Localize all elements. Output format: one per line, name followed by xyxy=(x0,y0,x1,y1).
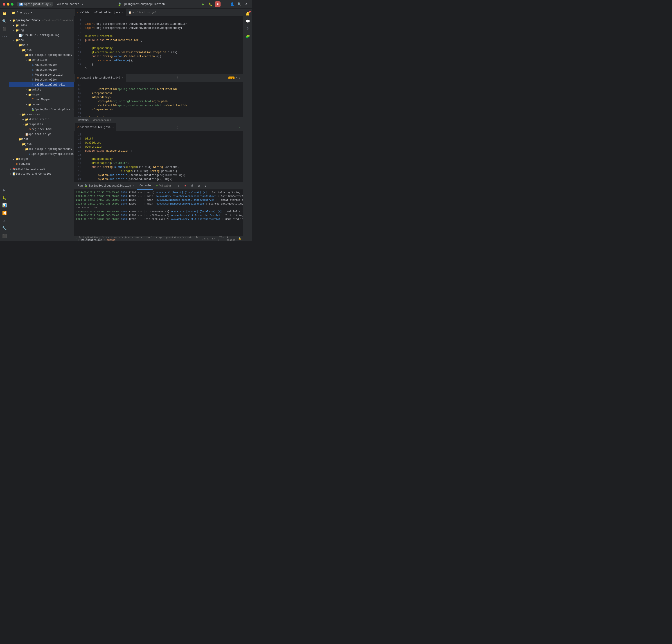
tree-item-test-java[interactable]: ▾ 📁 java xyxy=(9,142,74,147)
tree-item-target[interactable]: ▶ 📁 target xyxy=(9,157,74,161)
plugins-button[interactable]: 🧩 xyxy=(244,33,251,40)
restart-icon[interactable]: ↻ xyxy=(176,183,182,189)
settings-console-icon[interactable]: ⚙ xyxy=(203,183,208,189)
tree-item-logfile[interactable]: 📄 2024-06-12-spring-0.log xyxy=(9,33,74,38)
tree-item-pagecontroller[interactable]: C PageController xyxy=(9,68,74,72)
debug-button[interactable]: 🐛 xyxy=(207,1,213,7)
pom-tab-more[interactable]: ⋮ xyxy=(174,76,180,80)
close-button[interactable] xyxy=(3,3,5,5)
tab-validation[interactable]: C ValidationController.java ✕ xyxy=(75,9,126,17)
db-button[interactable]: 🗄 xyxy=(244,26,251,33)
git-button[interactable]: 🔀 xyxy=(1,210,8,217)
problems-button[interactable]: ⚠ xyxy=(1,217,8,224)
terminal-button[interactable]: ⬛ xyxy=(1,233,8,240)
version-control-label[interactable]: Version control ▾ xyxy=(55,2,85,7)
tab-pom[interactable]: m pom.xml (SpringBootStudy) ✕ xyxy=(75,74,126,82)
profiler-button[interactable]: 📊 xyxy=(1,202,8,209)
main-code-content: @Slf4j @Validated @Controller public cla… xyxy=(83,131,243,182)
close-tab-main[interactable]: ✕ xyxy=(112,126,113,129)
sb-badge: SB xyxy=(19,3,23,5)
console-tab[interactable]: Console xyxy=(137,182,153,190)
pom-tab-dependencies[interactable]: dependencies xyxy=(91,117,113,123)
tree-item-testcontroller[interactable]: C TestController xyxy=(9,77,74,82)
services-button[interactable]: 🔧 xyxy=(1,225,8,232)
tree-item-main[interactable]: ▾ 📁 main xyxy=(9,43,74,48)
sidebar-chevron-icon[interactable]: ▾ xyxy=(31,11,32,15)
line-col: 15:17 xyxy=(202,238,209,240)
tree-item-mapper[interactable]: ▾ 📁 mapper xyxy=(9,92,74,97)
pom-nav-down[interactable]: ∨ xyxy=(239,76,240,80)
tree-item-pom[interactable]: m pom.xml xyxy=(9,161,74,167)
validation-editor-pane[interactable]: 67891011121314151617 import org.springfr… xyxy=(74,17,243,71)
tree-item-test-com[interactable]: ▾ 📁 com.example.springbootstudy xyxy=(9,147,74,152)
tree-item-application-yml[interactable]: 📋 application.yml xyxy=(9,132,74,137)
sidebar-header: 📁 Project ▾ xyxy=(9,9,74,17)
close-tab-pom[interactable]: ✕ xyxy=(122,76,123,79)
tree-item-springbootstudy[interactable]: ▾ 📁 SpringBootStudy ~/Desktop/CS/JavaEE/… xyxy=(9,18,74,23)
tree-item-resources[interactable]: ▾ 📁 resources xyxy=(9,112,74,117)
close-tab-application[interactable]: ✕ xyxy=(158,11,160,14)
pom-tab-project[interactable]: project xyxy=(76,117,91,123)
project-sidebar: 📁 Project ▾ ▾ 📁 SpringBootStudy ~/Deskto… xyxy=(9,9,74,241)
main-line-numbers: 1011121314151617181920212223 xyxy=(74,131,83,182)
tree-item-registercontroller[interactable]: C RegisterController xyxy=(9,72,74,77)
tab-maincontroller[interactable]: C MainController.java ✕ xyxy=(75,123,116,131)
tree-item-extlib[interactable]: ▶ 📚 External Libraries xyxy=(9,167,74,171)
project-switcher[interactable]: SB SpringBootStudy ▾ xyxy=(17,2,53,7)
print-icon[interactable]: 🖨 xyxy=(189,183,195,189)
tree-item-static[interactable]: ▶ 📁 static.static xyxy=(9,117,74,122)
tree-item-test[interactable]: ▾ 📁 test xyxy=(9,137,74,142)
close-run-tab[interactable]: ✕ xyxy=(133,184,135,187)
pom-nav-up[interactable]: ∧ xyxy=(236,76,237,80)
editor-tab-more[interactable]: ⋮ xyxy=(236,11,242,14)
tree-item-maincontroller[interactable]: C MainController xyxy=(9,63,74,68)
warning-badge: ⚠ 2 xyxy=(228,76,234,79)
people-button[interactable]: 👤 xyxy=(229,1,235,7)
debug-sidebar-button[interactable]: 🐛 xyxy=(1,194,8,201)
tab-application-yml[interactable]: 📋 application.yml ✕ xyxy=(126,9,162,17)
tree-item-usermapper[interactable]: I UserMapper xyxy=(9,97,74,102)
stop-button[interactable]: ■ xyxy=(215,1,220,7)
minimize-button[interactable] xyxy=(7,3,10,5)
log-line-1: 2024-06-12T19:37:58.570-05:00 INFO 12292… xyxy=(76,191,241,194)
structure-button[interactable]: ⬛ xyxy=(1,26,8,33)
tree-item-runner[interactable]: ▶ 📁 runner xyxy=(9,102,74,107)
actuator-tab[interactable]: ⊙ Actuator xyxy=(154,182,174,190)
tree-item-entity[interactable]: ▶ 📁 entity xyxy=(9,87,74,92)
close-tab-validation[interactable]: ✕ xyxy=(122,11,123,14)
tree-item-scratches[interactable]: ▶ 📝 Scratches and Consoles xyxy=(9,171,74,177)
tree-item-log[interactable]: ▾ 📁 log xyxy=(9,28,74,33)
project-tree-button[interactable]: 📁 xyxy=(1,10,8,17)
pom-editor-pane[interactable]: 6566676869707172737475 <artifactId>sprin… xyxy=(74,82,243,117)
lock-icon: 🔒 xyxy=(238,237,241,240)
main-tab-more[interactable]: ⋮ xyxy=(175,125,181,129)
tree-item-com-example[interactable]: ▾ 📁 com.example.springbootstudy xyxy=(9,53,74,58)
stop-console-icon[interactable]: ■ xyxy=(182,183,188,189)
run-panel-header: Run 🍃 SpringBootStudyApplication ✕ Conso… xyxy=(74,182,243,190)
pom-editor-section: m pom.xml (SpringBootStudy) ✕ ⋮ ⚠ 2 ∧ ∨ … xyxy=(74,74,243,123)
tree-item-templates[interactable]: ▾ 📁 templates xyxy=(9,122,74,127)
search-button[interactable]: 🔍 xyxy=(236,1,242,7)
tree-item-idea[interactable]: ▶ 📁 .idea xyxy=(9,23,74,28)
tree-item-app-tests[interactable]: C SpringBootStudyApplicationTests xyxy=(9,152,74,157)
console-more-icon[interactable]: ⋮ xyxy=(209,183,215,189)
run-button[interactable]: ▶ xyxy=(200,1,206,7)
main-editor-pane[interactable]: 1011121314151617181920212223 @Slf4j @Val… xyxy=(74,131,243,182)
more-button[interactable]: ⋮ xyxy=(222,1,228,7)
tree-item-register-html[interactable]: <> register.html xyxy=(9,127,74,132)
main-code-view: 1011121314151617181920212223 @Slf4j @Val… xyxy=(74,131,243,182)
find-button[interactable]: 🔍 xyxy=(1,18,8,25)
tree-item-sbapp[interactable]: 🍃 SpringBootStudyApplication xyxy=(9,107,74,112)
more-tools-button[interactable]: ··· xyxy=(1,33,8,40)
tree-item-controller[interactable]: ▾ 📁 controller xyxy=(9,58,74,63)
filter-icon[interactable]: ⊞ xyxy=(196,183,202,189)
notifications-button[interactable]: 🔔 xyxy=(244,10,251,17)
maximize-button[interactable] xyxy=(11,3,13,5)
settings-button[interactable]: ⚙ xyxy=(243,1,249,7)
tree-item-src[interactable]: ▾ 📁 src xyxy=(9,38,74,43)
tree-item-java[interactable]: ▾ 📁 java xyxy=(9,48,74,53)
ai-button[interactable]: 💬 xyxy=(244,18,251,25)
pom-line-numbers: 6566676869707172737475 xyxy=(74,82,83,117)
run-configs-button[interactable]: ▶ xyxy=(1,187,8,194)
tree-item-validationcontroller[interactable]: C ValidationController xyxy=(9,82,74,87)
